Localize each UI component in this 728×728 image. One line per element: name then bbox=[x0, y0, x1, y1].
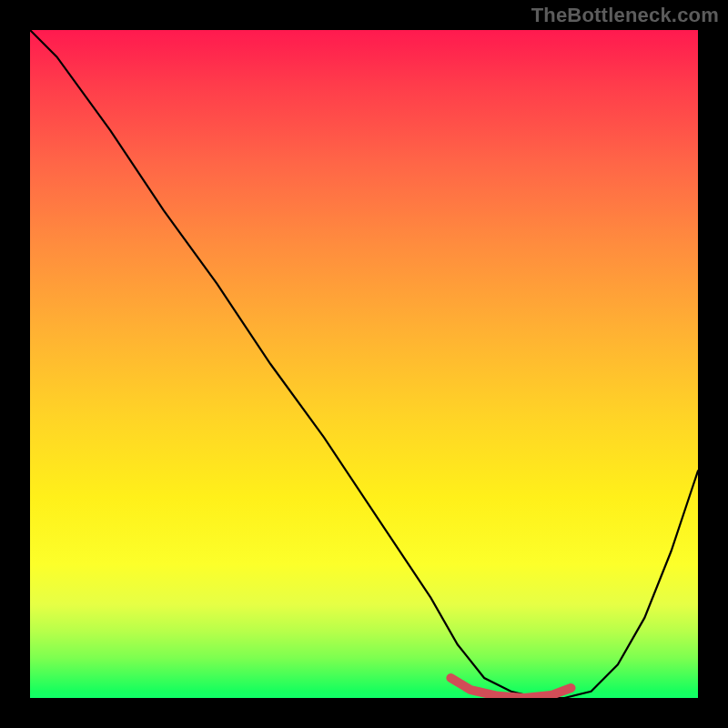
optimal-range-marker bbox=[450, 678, 571, 698]
plot-area bbox=[30, 30, 698, 698]
chart-frame: TheBottleneck.com bbox=[0, 0, 728, 728]
watermark-text: TheBottleneck.com bbox=[531, 4, 719, 27]
bottleneck-curve bbox=[30, 30, 698, 698]
curve-layer bbox=[30, 30, 698, 698]
